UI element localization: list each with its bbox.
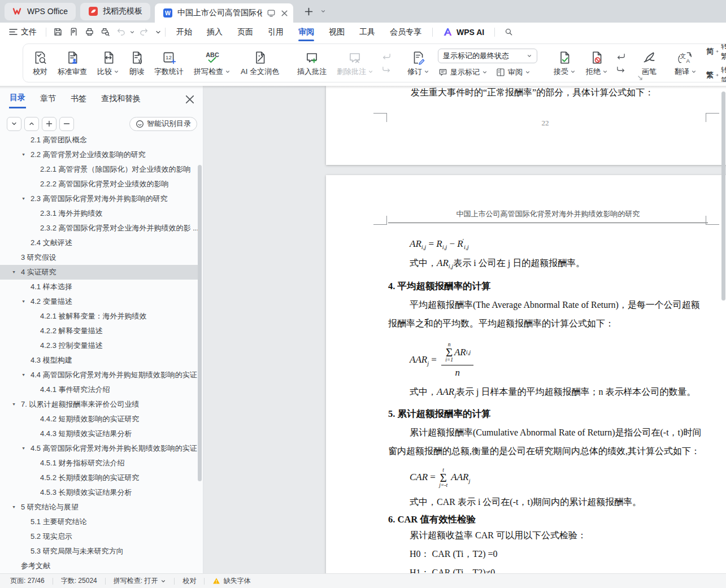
toc-expand-icon[interactable]	[21, 196, 31, 202]
status-missing-font[interactable]: 缺失字体	[205, 576, 258, 586]
document-status-icon[interactable]	[267, 8, 276, 18]
insert-comment-button[interactable]: 插入批注	[292, 47, 332, 79]
toc-expand-icon[interactable]	[21, 446, 31, 451]
previous-change-icon[interactable]	[616, 53, 626, 60]
new-tab-button[interactable]	[301, 4, 316, 19]
ink-brush-button[interactable]: 画笔	[637, 47, 662, 79]
read-aloud-button[interactable]: 朗读	[124, 47, 149, 79]
word-count-button[interactable]: 12 字数统计	[149, 47, 189, 79]
toc-item[interactable]: 3 研究假设	[0, 250, 198, 265]
menu-item[interactable]: 开始	[169, 23, 199, 41]
zoom-in-button[interactable]	[42, 117, 56, 131]
accept-button[interactable]: 接受	[549, 47, 581, 79]
print-preview-button[interactable]	[97, 25, 113, 39]
proofread-button[interactable]: 校对	[28, 47, 53, 79]
delete-comment-button[interactable]: 删除批注	[332, 47, 379, 79]
document-page-22[interactable]: 中国上市公司高管国际化背景对海外并购绩效影响的研究 ARi,j = Ri,j −…	[326, 175, 726, 573]
toc-expand-icon[interactable]	[21, 372, 31, 378]
toc-item[interactable]: 2.3 高管国际化背景对海外并购影响的研究	[0, 191, 198, 206]
to-traditional-button[interactable]: 简 转繁	[706, 43, 726, 62]
review-pane-button[interactable]: 审阅	[495, 67, 531, 77]
translate-button[interactable]: 文A 翻译	[670, 47, 702, 79]
toc-expand-icon[interactable]	[21, 299, 31, 304]
toc-item[interactable]: 4.4.3 短期绩效实证结果分析	[0, 426, 198, 441]
to-simplified-button[interactable]: 繁 转简	[706, 65, 726, 83]
toc-item[interactable]: 5.3 研究局限与未来研究方向	[0, 544, 198, 559]
navigation-tab[interactable]: 书签	[70, 92, 87, 108]
close-pane-icon[interactable]	[184, 93, 196, 106]
toc-expand-icon[interactable]	[11, 504, 21, 510]
document-scrollbar[interactable]	[721, 92, 725, 300]
toc-item[interactable]: 2.3.2 高管国际化背景对企业海外并购绩效的影 ...	[0, 221, 198, 236]
navigation-tab[interactable]: 查找和替换	[101, 92, 141, 108]
search-button[interactable]	[501, 25, 516, 39]
tab-docer-templates[interactable]: 找稻壳模板	[80, 3, 150, 20]
compare-button[interactable]: 比较	[92, 47, 124, 79]
toc-item[interactable]: 4.2.1 被解释变量：海外并购绩效	[0, 309, 198, 324]
toc-item[interactable]: 2.2 高管背景对企业绩效影响的研究	[0, 147, 198, 162]
toc-item[interactable]: 2.4 文献评述	[0, 236, 198, 250]
quick-access-more-caret[interactable]	[155, 29, 162, 36]
toc-item[interactable]: 5.1 主要研究结论	[0, 515, 198, 529]
toc-expand-icon[interactable]	[11, 269, 21, 275]
ai-polish-button[interactable]: AI 全文润色	[236, 47, 284, 79]
export-pdf-button[interactable]	[66, 25, 81, 39]
toc-item[interactable]: 4.4.2 短期绩效影响的实证研究	[0, 412, 198, 426]
undo-history-caret[interactable]	[129, 29, 136, 35]
markup-state-select[interactable]: 显示标记的最终状态	[438, 49, 537, 63]
toc-item[interactable]: 2.2.2 高管国际化背景对企业绩效的影响	[0, 177, 198, 191]
wps-ai-button[interactable]: WPS AI	[436, 28, 491, 37]
spell-check-button[interactable]: ABC 拼写检查	[189, 47, 236, 79]
menu-item[interactable]: 视图	[321, 23, 352, 41]
group-launcher-icon[interactable]	[637, 75, 643, 81]
toc-item[interactable]: 2.3.1 海外并购绩效	[0, 206, 198, 221]
status-spell-check[interactable]: 拼写检查: 打开	[106, 576, 175, 586]
smart-toc-button[interactable]: 智能识别目录	[129, 117, 197, 131]
menu-item[interactable]: 页面	[230, 23, 260, 41]
toc-item[interactable]: 4.5.1 财务指标研究法介绍	[0, 456, 198, 471]
toc-expand-icon[interactable]	[21, 152, 31, 158]
toc-item[interactable]: 5 研究结论与展望	[0, 500, 198, 515]
toc-item[interactable]: 2.1 高管团队概念	[0, 133, 198, 147]
close-icon[interactable]	[280, 9, 289, 18]
toc-item[interactable]: 4.4.1 事件研究法介绍	[0, 382, 198, 397]
navigation-tab[interactable]: 目录	[9, 90, 26, 108]
toc-item[interactable]: 4.2 变量描述	[0, 294, 198, 309]
menu-item[interactable]: 插入	[199, 23, 230, 41]
sidebar-scrollbar[interactable]	[198, 165, 202, 481]
menu-item[interactable]: 工具	[352, 23, 382, 41]
menu-item[interactable]: 审阅	[291, 23, 321, 41]
toc-item[interactable]: 2.2.1 高管背景（除国际化）对企业绩效的影响	[0, 162, 198, 177]
toc-item[interactable]: 4.5 高管国际化背景对海外并购长期绩效影响的实证 ...	[0, 441, 198, 456]
toc-item[interactable]: 5.2 现实启示	[0, 529, 198, 544]
reject-button[interactable]: 拒绝	[581, 47, 613, 79]
toc-expand-icon[interactable]	[11, 402, 21, 407]
tab-wps-home[interactable]: WPS Office	[5, 3, 76, 20]
toc-item[interactable]: 参考文献	[0, 559, 198, 571]
toc-item[interactable]: 4.5.3 长期绩效实证结果分析	[0, 485, 198, 500]
redo-button[interactable]	[136, 25, 151, 39]
toc-item[interactable]: 4.2.3 控制变量描述	[0, 338, 198, 353]
toc-item[interactable]: 4.1 样本选择	[0, 280, 198, 294]
file-menu[interactable]: 文件	[0, 27, 42, 37]
toc-item[interactable]: 4.5.2 长期绩效影响的实证研究	[0, 471, 198, 485]
tab-document[interactable]: W 中国上市公司高管国际化背景	[155, 3, 293, 23]
menu-item[interactable]: 会员专享	[382, 23, 429, 41]
toc-item[interactable]: 4.3 模型构建	[0, 353, 198, 368]
navigation-tab[interactable]: 章节	[40, 92, 56, 108]
collapse-all-button[interactable]	[7, 117, 21, 131]
zoom-out-button[interactable]	[59, 117, 74, 131]
status-word-count[interactable]: 字数: 25024	[53, 576, 105, 586]
toc-item[interactable]: 4.2.2 解释变量描述	[0, 324, 198, 338]
save-button[interactable]	[50, 25, 66, 39]
expand-all-button[interactable]	[24, 117, 39, 131]
document-page-21[interactable]: 发生重大事件时的“正常报酬率”的部分，具体计算公式如下： 22	[326, 86, 726, 165]
undo-button[interactable]	[113, 25, 129, 39]
standard-review-button[interactable]: 标准审查	[53, 47, 92, 79]
track-changes-button[interactable]: 修订	[402, 47, 434, 79]
show-markup-button[interactable]: 显示标记	[438, 67, 488, 77]
menu-item[interactable]: 引用	[260, 23, 291, 41]
toc-item[interactable]: 4 实证研究	[0, 265, 198, 280]
print-button[interactable]	[81, 25, 97, 39]
next-change-icon[interactable]	[616, 66, 626, 73]
